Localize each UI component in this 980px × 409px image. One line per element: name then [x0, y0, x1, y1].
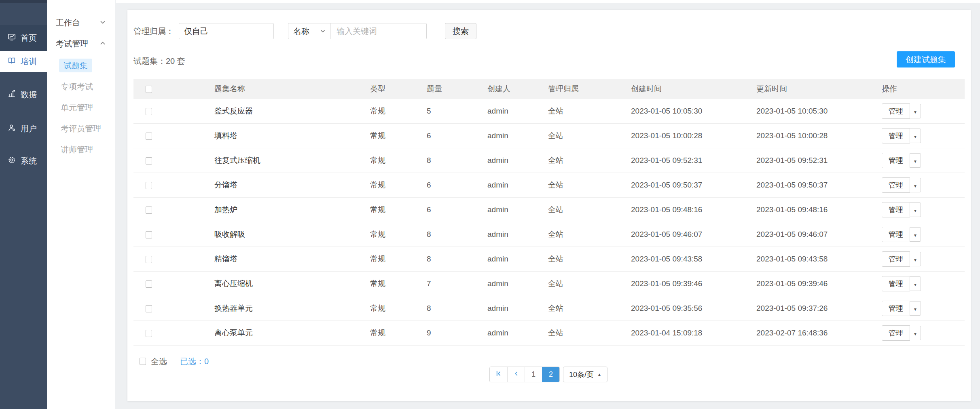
cell-creator: admin	[487, 131, 548, 140]
table-row: 分馏塔 常规 6 admin 全站 2023-01-05 09:50:37 20…	[133, 173, 965, 198]
manage-dropdown-button[interactable]: ▼	[910, 178, 921, 192]
submenu-item[interactable]: 单元管理	[61, 97, 115, 118]
manage-dropdown-button[interactable]: ▼	[910, 202, 921, 217]
cell-question-count: 5	[427, 107, 487, 116]
manage-button[interactable]: 管理	[882, 276, 910, 291]
manage-button[interactable]: 管理	[882, 325, 910, 341]
manage-dropdown-button[interactable]: ▼	[910, 129, 921, 143]
cell-created-time: 2023-01-05 09:39:46	[631, 279, 756, 288]
select-all-checkbox[interactable]	[140, 358, 146, 365]
first-page-button[interactable]	[490, 367, 507, 382]
caret-down-icon: ▼	[913, 283, 917, 287]
manage-dropdown-button[interactable]: ▼	[910, 276, 921, 291]
sidebar-item-label: 数据	[21, 89, 37, 100]
manage-button[interactable]: 管理	[882, 128, 910, 143]
cell-type: 常规	[370, 155, 427, 166]
cell-type: 常规	[370, 278, 427, 289]
page-size-select[interactable]: 10条/页 ▲	[563, 367, 607, 382]
cell-type: 常规	[370, 229, 427, 240]
sidebar-item-users[interactable]: 用户	[0, 117, 47, 140]
row-checkbox[interactable]	[146, 207, 152, 214]
primary-sidebar: 首页 培训 数据 用户 系统	[0, 0, 47, 409]
cell-question-set-name: 加热炉	[214, 204, 370, 215]
manage-button[interactable]: 管理	[882, 153, 910, 168]
page-number-button[interactable]: 2	[542, 367, 559, 382]
caret-down-icon: ▼	[913, 110, 917, 114]
cell-question-count: 8	[427, 304, 487, 313]
submenu-item[interactable]: 讲师管理	[61, 139, 115, 160]
manage-dropdown-button[interactable]: ▼	[910, 301, 921, 316]
manage-button[interactable]: 管理	[882, 103, 910, 119]
manage-button[interactable]: 管理	[882, 202, 910, 217]
row-checkbox[interactable]	[146, 182, 152, 189]
table-row: 换热器单元 常规 8 admin 全站 2023-01-05 09:35:56 …	[133, 296, 965, 321]
caret-down-icon: ▼	[913, 159, 917, 164]
page-number-button[interactable]: 1	[525, 367, 542, 382]
col-header-updated: 更新时间	[756, 84, 882, 94]
menu-section-label: 工作台	[56, 17, 80, 28]
cell-creator: admin	[487, 255, 548, 264]
sidebar-item-home[interactable]: 首页	[0, 25, 47, 51]
page-size-value: 10条/页	[569, 370, 594, 379]
keyword-input[interactable]	[331, 23, 426, 39]
sidebar-item-system[interactable]: 系统	[0, 150, 47, 172]
table-header-row: 题集名称 类型 题量 创建人 管理归属 创建时间 更新时间 操作	[133, 79, 965, 99]
cell-type: 常规	[370, 204, 427, 215]
manage-dropdown-button[interactable]: ▼	[910, 153, 921, 168]
exam-submenu: 试题集专项考试单元管理考评员管理讲师管理	[47, 55, 115, 160]
cell-actions: 管理▼	[882, 301, 965, 316]
cell-scope: 全站	[548, 254, 631, 264]
select-all-header-checkbox[interactable]	[146, 86, 152, 93]
cell-question-set-name: 釜式反应器	[214, 106, 370, 116]
manage-dropdown-button[interactable]: ▼	[910, 104, 921, 118]
submenu-item[interactable]: 专项考试	[61, 76, 115, 97]
cell-question-set-name: 离心压缩机	[214, 278, 370, 289]
cell-creator: admin	[487, 304, 548, 313]
caret-down-icon: ▼	[913, 184, 917, 188]
cell-question-count: 6	[427, 205, 487, 214]
table-row: 釜式反应器 常规 5 admin 全站 2023-01-05 10:05:30 …	[133, 99, 965, 124]
menu-section-exam-management[interactable]: 考试管理	[47, 35, 115, 53]
manage-button[interactable]: 管理	[882, 177, 910, 193]
chevron-down-icon	[320, 27, 326, 36]
prev-page-button[interactable]	[507, 367, 525, 382]
selected-count[interactable]: 已选：0	[180, 356, 209, 367]
menu-section-label: 考试管理	[56, 38, 88, 49]
row-checkbox[interactable]	[146, 108, 152, 115]
cell-updated-time: 2023-01-05 10:05:30	[756, 107, 882, 116]
field-select[interactable]: 名称	[288, 23, 331, 39]
cell-creator: admin	[487, 329, 548, 337]
submenu-item[interactable]: 考评员管理	[61, 118, 115, 139]
scope-input[interactable]	[179, 23, 274, 39]
manage-dropdown-button[interactable]: ▼	[910, 252, 921, 266]
row-checkbox[interactable]	[146, 133, 152, 140]
data-icon	[7, 89, 16, 100]
manage-button[interactable]: 管理	[882, 251, 910, 267]
menu-section-workbench[interactable]: 工作台	[47, 14, 115, 32]
cell-created-time: 2023-01-05 09:35:56	[631, 304, 756, 313]
question-set-count: 试题集：20 套	[133, 56, 185, 67]
cell-question-count: 6	[427, 131, 487, 140]
row-checkbox[interactable]	[146, 305, 152, 312]
row-checkbox[interactable]	[146, 256, 152, 263]
create-question-set-button[interactable]: 创建试题集	[897, 51, 955, 67]
row-checkbox[interactable]	[146, 280, 152, 288]
first-page-icon	[495, 370, 502, 379]
search-button[interactable]: 搜索	[445, 23, 476, 39]
sidebar-item-data[interactable]: 数据	[0, 83, 47, 106]
cell-created-time: 2023-01-05 09:52:31	[631, 156, 756, 165]
gear-icon	[7, 156, 16, 167]
manage-dropdown-button[interactable]: ▼	[910, 326, 921, 340]
cell-question-set-name: 换热器单元	[214, 303, 370, 314]
cell-creator: admin	[487, 156, 548, 165]
main-top-strip	[116, 0, 980, 3]
cell-question-count: 8	[427, 230, 487, 239]
row-checkbox[interactable]	[146, 330, 152, 337]
manage-dropdown-button[interactable]: ▼	[910, 227, 921, 242]
manage-button[interactable]: 管理	[882, 227, 910, 242]
row-checkbox[interactable]	[146, 157, 152, 164]
row-checkbox[interactable]	[146, 231, 152, 238]
sidebar-item-training[interactable]: 培训	[0, 51, 47, 72]
submenu-item[interactable]: 试题集	[59, 59, 92, 72]
manage-button[interactable]: 管理	[882, 301, 910, 316]
